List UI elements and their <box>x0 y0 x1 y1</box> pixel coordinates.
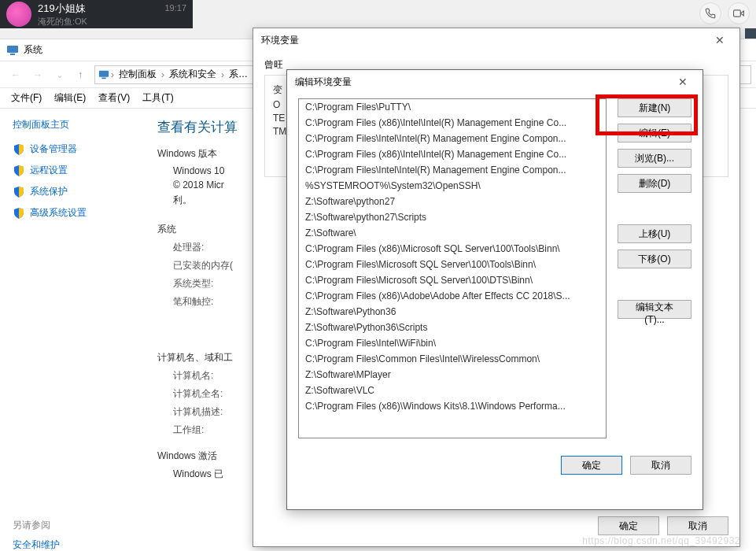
nav-up-button[interactable]: ↑ <box>71 65 90 84</box>
sidebar-shield-link[interactable]: 高级系统设置 <box>13 206 145 220</box>
path-item[interactable]: Z:\Software\MPlayer <box>299 367 606 383</box>
nav-dropdown-button[interactable]: ⌄ <box>49 65 71 84</box>
path-item[interactable]: C:\Program Files\Common Files\Intel\Wire… <box>299 351 606 367</box>
chat-name: 219小姐妹 <box>38 2 164 16</box>
breadcrumb-item[interactable]: 控制面板 <box>116 68 160 81</box>
cpl-home-link[interactable]: 控制面板主页 <box>13 118 145 131</box>
path-item[interactable]: C:\Program Files\Microsoft SQL Server\10… <box>299 257 606 272</box>
path-item[interactable]: C:\Program Files\Intel\Intel(R) Manageme… <box>299 131 606 146</box>
nav-back-button[interactable]: ← <box>5 65 27 84</box>
call-icons <box>699 2 750 24</box>
system-title: 系统 <box>24 43 42 57</box>
video-icon[interactable] <box>728 2 750 24</box>
sidebar-shield-link[interactable]: 设备管理器 <box>13 142 145 156</box>
delete-button[interactable]: 删除(D) <box>618 174 691 193</box>
link-label: 高级系统设置 <box>30 206 87 220</box>
path-item[interactable]: Z:\Software\python27\Scripts <box>299 209 606 225</box>
path-item[interactable]: Z:\Software\Python36 <box>299 304 606 320</box>
path-item[interactable]: %SYSTEMROOT%\System32\OpenSSH\ <box>299 178 606 194</box>
phone-icon[interactable] <box>699 2 721 24</box>
cancel-button[interactable]: 取消 <box>667 516 728 535</box>
path-item[interactable]: C:\Program Files (x86)\Windows Kits\8.1\… <box>299 398 606 414</box>
svg-rect-4 <box>99 70 109 76</box>
shield-icon <box>13 165 25 177</box>
avatar <box>6 2 31 27</box>
breadcrumb-item[interactable]: 系统和安全 <box>166 68 219 81</box>
path-item[interactable]: C:\Program Files\Microsoft SQL Server\10… <box>299 272 606 288</box>
dialog-titlebar: 编辑环境变量 ✕ <box>287 70 703 94</box>
menu-edit[interactable]: 编辑(E) <box>48 89 92 107</box>
path-item[interactable]: C:\Program Files (x86)\Intel\Intel(R) Ma… <box>299 115 606 131</box>
link-label: 系统保护 <box>30 185 68 198</box>
path-item[interactable]: Z:\Software\python27 <box>299 194 606 209</box>
button-column: 新建(N) 编辑(E) 浏览(B)... 删除(D) 上移(U) 下移(O) 编… <box>618 98 691 438</box>
pc-icon <box>98 69 109 80</box>
menu-view[interactable]: 查看(V) <box>92 89 136 107</box>
link-label: 设备管理器 <box>30 142 77 156</box>
ok-button[interactable]: 确定 <box>598 516 659 535</box>
new-button[interactable]: 新建(N) <box>618 98 691 117</box>
dialog-titlebar: 环境变量 ✕ <box>253 28 739 52</box>
svg-rect-0 <box>734 10 741 17</box>
ok-button[interactable]: 确定 <box>561 456 622 475</box>
move-up-button[interactable]: 上移(U) <box>618 224 691 243</box>
chat-row[interactable]: 219小姐妹 淹死的鱼:OK 19:17 <box>0 0 193 28</box>
svg-rect-5 <box>101 77 105 79</box>
path-item[interactable]: C:\Program Files (x86)\Microsoft SQL Ser… <box>299 241 606 257</box>
path-item[interactable]: C:\Program Files\Intel\WiFi\bin\ <box>299 335 606 351</box>
link-label: 远程设置 <box>30 164 68 177</box>
close-button[interactable]: ✕ <box>708 34 732 46</box>
menu-tools[interactable]: 工具(T) <box>136 89 179 107</box>
path-item[interactable]: C:\Program Files (x86)\Adobe\Adobe After… <box>299 288 606 304</box>
dialog-title: 环境变量 <box>261 34 299 47</box>
cancel-button[interactable]: 取消 <box>630 456 691 475</box>
edit-button[interactable]: 编辑(E) <box>618 124 691 142</box>
shield-icon <box>13 207 25 220</box>
edit-env-dialog: 编辑环境变量 ✕ C:\Program Files\PuTTY\C:\Progr… <box>286 69 703 510</box>
left-panel: 控制面板主页 设备管理器远程设置系统保护高级系统设置 另请参阅 安全和维护 <box>0 109 157 551</box>
see-also-link[interactable]: 安全和维护 <box>13 538 145 551</box>
svg-rect-3 <box>10 54 15 55</box>
chat-time: 19:17 <box>164 3 186 13</box>
shield-icon <box>13 186 25 198</box>
sidebar-shield-link[interactable]: 远程设置 <box>13 164 145 177</box>
shield-icon <box>13 143 25 156</box>
sidebar-shield-link[interactable]: 系统保护 <box>13 185 145 198</box>
chevron-right-icon: › <box>160 69 166 80</box>
svg-rect-2 <box>7 46 18 53</box>
path-item[interactable]: C:\Program Files\PuTTY\ <box>299 99 606 115</box>
chat-message: 淹死的鱼:OK <box>38 16 164 28</box>
browse-button[interactable]: 浏览(B)... <box>618 149 691 168</box>
nav-forward-button[interactable]: → <box>27 65 49 84</box>
close-button[interactable]: ✕ <box>671 76 695 88</box>
chat-info: 219小姐妹 淹死的鱼:OK <box>38 2 164 28</box>
pc-icon <box>6 44 19 57</box>
menu-file[interactable]: 文件(F) <box>5 89 48 107</box>
chevron-right-icon: › <box>109 69 116 80</box>
edit-text-button[interactable]: 编辑文本(T)... <box>618 300 691 319</box>
path-item[interactable]: Z:\Software\ <box>299 225 606 241</box>
path-item[interactable]: Z:\Software\VLC <box>299 383 606 398</box>
move-down-button[interactable]: 下移(O) <box>618 250 691 268</box>
path-item[interactable]: C:\Program Files (x86)\Intel\Intel(R) Ma… <box>299 146 606 162</box>
path-item[interactable]: Z:\Software\Python36\Scripts <box>299 320 606 335</box>
see-also-label: 另请参阅 <box>13 519 145 532</box>
chevron-right-icon: › <box>219 69 226 80</box>
breadcrumb-item[interactable]: 系… <box>226 68 251 81</box>
dialog-title: 编辑环境变量 <box>295 76 352 89</box>
path-list[interactable]: C:\Program Files\PuTTY\C:\Program Files … <box>298 98 607 438</box>
path-item[interactable]: C:\Program Files\Intel\Intel(R) Manageme… <box>299 162 606 178</box>
svg-marker-1 <box>740 11 743 16</box>
